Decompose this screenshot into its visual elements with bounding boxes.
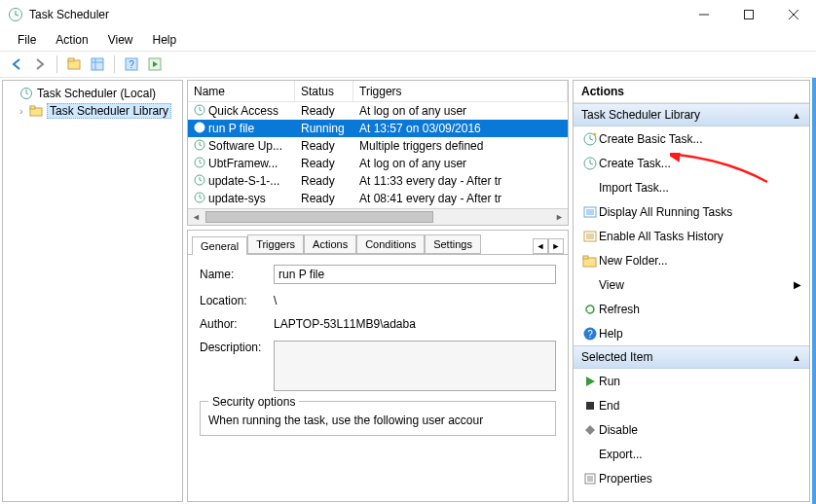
task-name: Quick Access xyxy=(208,104,278,118)
menubar: File Action View Help xyxy=(0,29,816,51)
action-label: Export... xyxy=(599,448,643,461)
scroll-right-icon[interactable]: ► xyxy=(551,212,568,222)
task-status: Ready xyxy=(295,138,353,154)
col-name[interactable]: Name xyxy=(188,81,295,101)
clock-icon xyxy=(194,192,205,206)
menu-view[interactable]: View xyxy=(98,31,143,49)
action-export[interactable]: Export... xyxy=(574,442,809,466)
tab-triggers[interactable]: Triggers xyxy=(247,234,304,254)
task-name: update-S-1-... xyxy=(208,174,279,188)
clock-icon xyxy=(194,157,205,171)
table-row[interactable]: UbtFramew...ReadyAt log on of any user xyxy=(188,155,568,172)
action-label: View xyxy=(599,278,624,292)
table-row[interactable]: update-sysReadyAt 08:41 every day - Afte… xyxy=(188,190,568,207)
svg-rect-1 xyxy=(745,11,754,19)
action-label: End xyxy=(599,399,619,413)
close-button[interactable] xyxy=(771,0,816,29)
location-label: Location: xyxy=(200,294,274,307)
minimize-button[interactable] xyxy=(682,0,726,29)
task-triggers: At 08:41 every day - After tr xyxy=(353,191,568,206)
table-row[interactable]: update-S-1-...ReadyAt 11:33 every day - … xyxy=(188,172,568,190)
actions-section-selected[interactable]: Selected Item ▲ xyxy=(574,345,809,369)
description-field[interactable] xyxy=(274,341,556,391)
task-status: Ready xyxy=(295,156,353,171)
table-row[interactable]: Software Up...ReadyMultiple triggers def… xyxy=(188,137,568,155)
col-status[interactable]: Status xyxy=(295,81,353,101)
scroll-left-icon[interactable]: ◄ xyxy=(188,212,204,222)
view-button[interactable] xyxy=(87,54,108,75)
action-label: Create Task... xyxy=(599,157,671,170)
action-view[interactable]: View▶ xyxy=(574,272,809,297)
window-edge xyxy=(812,78,816,504)
action-import-task[interactable]: Import Task... xyxy=(574,175,809,199)
action-properties[interactable]: Properties xyxy=(574,466,809,490)
action-label: Run xyxy=(599,375,620,388)
action-enable-all-tasks-history[interactable]: Enable All Tasks History xyxy=(574,224,809,248)
tab-scroll-right[interactable]: ► xyxy=(548,238,564,254)
table-row[interactable]: Quick AccessReadyAt log on of any user xyxy=(188,102,568,120)
tab-general-body: Name: Location: \ Author: LAPTOP-53L11MB… xyxy=(188,254,568,501)
tab-scroll-left[interactable]: ◄ xyxy=(533,238,548,254)
forward-button[interactable] xyxy=(29,54,51,75)
action-help[interactable]: ?Help xyxy=(574,321,809,345)
toolbar-separator xyxy=(114,55,115,73)
help-button[interactable]: ? xyxy=(121,54,142,75)
task-triggers: At log on of any user xyxy=(353,103,568,119)
action-create-task[interactable]: Create Task... xyxy=(574,151,809,175)
action-display-all-running-tasks[interactable]: Display All Running Tasks xyxy=(574,199,809,224)
author-label: Author: xyxy=(200,317,274,331)
action-refresh[interactable]: Refresh xyxy=(574,297,809,321)
task-triggers: At 13:57 on 03/09/2016 xyxy=(353,121,568,136)
actions-section-label: Selected Item xyxy=(581,350,652,364)
security-options: Security options When running the task, … xyxy=(200,401,556,436)
action-disable[interactable]: Disable xyxy=(574,417,809,442)
tree-pane: Task Scheduler (Local) › Task Scheduler … xyxy=(2,80,183,502)
task-status: Ready xyxy=(295,173,353,189)
action-create-basic-task[interactable]: Create Basic Task... xyxy=(574,126,809,151)
menu-help[interactable]: Help xyxy=(143,31,187,49)
svg-rect-3 xyxy=(68,58,74,61)
none-icon xyxy=(581,447,599,462)
task-detail-pane: General Triggers Actions Conditions Sett… xyxy=(187,230,569,502)
tab-general[interactable]: General xyxy=(192,236,247,255)
task-status: Running xyxy=(295,121,353,136)
maximize-button[interactable] xyxy=(726,0,771,29)
task-name: Software Up... xyxy=(208,139,282,153)
tree-child[interactable]: › Task Scheduler Library xyxy=(5,102,180,120)
action-label: Disable xyxy=(599,423,638,437)
svg-text:?: ? xyxy=(587,329,593,340)
actions-section-library[interactable]: Task Scheduler Library ▲ xyxy=(574,103,809,126)
back-button[interactable] xyxy=(6,54,27,75)
table-row[interactable]: run P fileRunningAt 13:57 on 03/09/2016 xyxy=(188,120,568,137)
name-field[interactable] xyxy=(274,265,556,284)
tab-actions[interactable]: Actions xyxy=(304,234,356,254)
name-label: Name: xyxy=(200,268,274,281)
menu-action[interactable]: Action xyxy=(46,31,97,49)
action-new-folder[interactable]: New Folder... xyxy=(574,248,809,272)
expand-icon[interactable]: › xyxy=(15,106,28,117)
task-triggers: At 11:33 every day - After tr xyxy=(353,173,568,189)
author-value: LAPTOP-53L11MB9\adaba xyxy=(274,317,416,331)
wizard-icon xyxy=(581,131,599,147)
action-label: Display All Running Tasks xyxy=(599,205,732,219)
disable-icon xyxy=(581,422,599,438)
svg-rect-22 xyxy=(583,256,588,259)
collapse-icon[interactable]: ▲ xyxy=(792,352,801,363)
security-text: When running the task, use the following… xyxy=(208,414,547,427)
tab-settings[interactable]: Settings xyxy=(425,234,481,254)
menu-file[interactable]: File xyxy=(8,31,46,49)
scroll-thumb[interactable] xyxy=(205,211,433,223)
toolbar-separator xyxy=(56,55,57,73)
run-task-button[interactable] xyxy=(144,54,166,75)
tree-root[interactable]: Task Scheduler (Local) xyxy=(5,85,180,102)
collapse-icon[interactable]: ▲ xyxy=(792,110,801,121)
clock-icon xyxy=(19,86,34,101)
tab-conditions[interactable]: Conditions xyxy=(356,234,425,254)
task-triggers: Multiple triggers defined xyxy=(353,138,568,154)
scrollbar-horizontal[interactable]: ◄ ► xyxy=(188,208,568,225)
col-triggers[interactable]: Triggers xyxy=(353,81,568,101)
props-icon xyxy=(581,471,599,486)
up-button[interactable] xyxy=(63,54,85,75)
action-end[interactable]: End xyxy=(574,393,809,417)
action-run[interactable]: Run xyxy=(574,369,809,393)
